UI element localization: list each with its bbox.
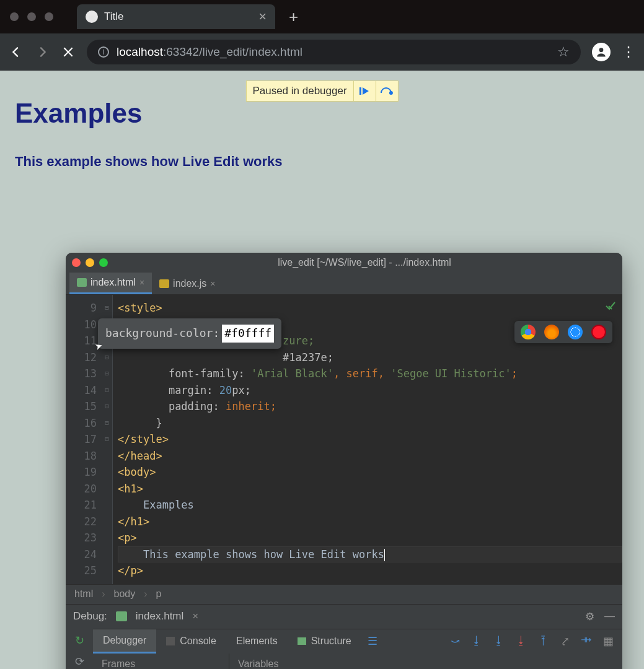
variables-label: Variables	[238, 658, 279, 669]
html-file-icon	[77, 278, 87, 287]
open-in-browser-toolbar	[514, 321, 612, 343]
url-host: localhost	[117, 45, 163, 58]
breadcrumb-item[interactable]: body	[114, 588, 136, 600]
page-body: Paused in debugger Examples This example…	[0, 71, 644, 669]
browser-menu-icon[interactable]: ⋮	[622, 44, 635, 60]
resume-button[interactable]	[353, 81, 376, 101]
ide-max-dot[interactable]	[99, 258, 108, 267]
threads-icon[interactable]: ☰	[368, 634, 377, 648]
breadcrumb-bar[interactable]: html› body› p	[66, 584, 622, 604]
profile-avatar[interactable]	[592, 43, 611, 61]
settings-icon[interactable]: ⚙	[585, 610, 594, 623]
bookmark-icon[interactable]: ☆	[557, 44, 570, 60]
breadcrumb-item[interactable]: p	[156, 588, 162, 600]
step-into-icon[interactable]: ⭳	[471, 634, 482, 648]
ide-min-dot[interactable]	[86, 258, 94, 267]
debug-body: ↻ ⟳ ▸▸ Debugger Console Elements Structu…	[66, 629, 622, 670]
debug-tabs: Debugger Console Elements Structure ☰ ⤻ …	[93, 629, 622, 654]
window-min-dot[interactable]	[27, 12, 36, 21]
url-port: :63342	[163, 45, 199, 58]
step-over-button[interactable]	[376, 81, 398, 101]
ide-title-text: live_edit [~/WS/live_edit] - .../index.h…	[113, 257, 616, 268]
calculator-icon[interactable]: ▦	[603, 634, 614, 648]
chrome-icon[interactable]	[521, 325, 536, 339]
rerun-icon[interactable]: ↻	[75, 634, 84, 647]
window-close-dot[interactable]	[10, 12, 19, 21]
structure-icon	[298, 637, 306, 645]
tab-debugger[interactable]: Debugger	[93, 629, 156, 654]
page-subtitle: This example shows how Live Edit works	[15, 154, 629, 170]
forward-button[interactable]	[35, 45, 50, 59]
close-icon[interactable]: ×	[192, 610, 198, 623]
editor-tab-index-html[interactable]: index.html ×	[69, 273, 152, 294]
close-tab-icon[interactable]: ×	[210, 279, 215, 289]
close-tab-icon[interactable]: ×	[258, 9, 267, 25]
browser-chrome: ◉ Title × + i localhost:63342/live_edit/…	[0, 0, 644, 71]
debug-file: index.html	[136, 610, 183, 623]
tab-label: index.js	[173, 278, 206, 289]
tooltip-value: #f0ffff	[222, 325, 274, 343]
address-bar[interactable]: i localhost:63342/live_edit/index.html ☆	[87, 40, 581, 64]
safari-icon[interactable]	[568, 325, 583, 339]
tab-console[interactable]: Console	[156, 629, 226, 654]
stop-reload-button[interactable]	[61, 45, 76, 59]
debugger-paused-banner: Paused in debugger	[245, 81, 398, 102]
tab-label: index.html	[90, 277, 136, 288]
ide-window: live_edit [~/WS/live_edit] - .../index.h…	[66, 253, 622, 669]
ide-close-dot[interactable]	[72, 258, 81, 267]
svg-point-0	[599, 48, 604, 52]
debug-toolwindow-header: Debug: index.html × ⚙ —	[66, 604, 622, 629]
step-out-icon[interactable]: ⭳	[516, 634, 527, 648]
svg-point-3	[390, 92, 392, 94]
variables-panel: Variables + ▶ Global = Window »	[229, 654, 622, 670]
page-heading: Examples	[15, 98, 629, 129]
force-step-into-icon[interactable]: ⭳	[493, 634, 505, 648]
resume-icon[interactable]: ⟳	[75, 655, 84, 668]
html-file-icon	[116, 611, 127, 621]
drop-frame-icon[interactable]: ⭼	[581, 634, 592, 648]
ide-titlebar[interactable]: live_edit [~/WS/live_edit] - .../index.h…	[66, 253, 622, 273]
debug-label: Debug:	[73, 610, 107, 623]
svg-marker-2	[363, 87, 369, 95]
tab-elements[interactable]: Elements	[226, 629, 288, 654]
close-tab-icon[interactable]: ×	[139, 278, 144, 287]
opera-icon[interactable]	[591, 325, 606, 339]
tab-structure[interactable]: Structure	[288, 629, 361, 654]
new-tab-button[interactable]: +	[289, 7, 298, 27]
firefox-icon[interactable]	[544, 325, 559, 339]
color-tooltip: background-color: #f0ffff	[98, 318, 281, 349]
console-icon	[166, 637, 175, 645]
editor-tab-bar: index.html × index.js ×	[66, 273, 622, 295]
js-file-icon	[159, 279, 169, 288]
browser-tab-bar: ◉ Title × +	[0, 0, 644, 33]
run-to-cursor-icon[interactable]: ⭱	[538, 634, 549, 648]
minimize-icon[interactable]: —	[604, 610, 615, 623]
evaluate-icon[interactable]: ⤤	[560, 634, 570, 648]
back-button[interactable]	[9, 45, 24, 59]
code-area[interactable]: background-color: #f0ffff ➤ <style> zure…	[113, 295, 622, 584]
breadcrumb-item[interactable]: html	[74, 588, 93, 600]
debug-side-toolbar: ↻ ⟳ ▸▸	[66, 629, 93, 670]
address-bar-row: i localhost:63342/live_edit/index.html ☆…	[0, 33, 644, 71]
code-editor[interactable]: 910111213141516171819202122232425 ⊟⊟⊟⊟⊟⊟…	[66, 295, 622, 584]
step-over-icon[interactable]: ⤻	[451, 634, 460, 648]
window-max-dot[interactable]	[45, 12, 53, 21]
debug-panels: Frames ↑ ↓ ▼ live_edit/index.js:1 Variab…	[93, 654, 622, 670]
frames-panel: Frames ↑ ↓ ▼ live_edit/index.js:1	[93, 654, 229, 670]
info-icon[interactable]: i	[98, 46, 109, 58]
favicon-icon: ◉	[86, 11, 98, 23]
svg-rect-1	[359, 87, 361, 95]
tooltip-label: background-color:	[105, 325, 219, 342]
editor-tab-index-js[interactable]: index.js ×	[152, 273, 223, 294]
frames-label: Frames	[102, 658, 135, 670]
url-path: /live_edit/index.html	[199, 45, 302, 58]
tab-title: Title	[104, 11, 124, 23]
browser-tab[interactable]: ◉ Title ×	[77, 4, 275, 29]
banner-text: Paused in debugger	[246, 85, 353, 97]
inspection-indicator-icon[interactable]	[605, 300, 616, 317]
